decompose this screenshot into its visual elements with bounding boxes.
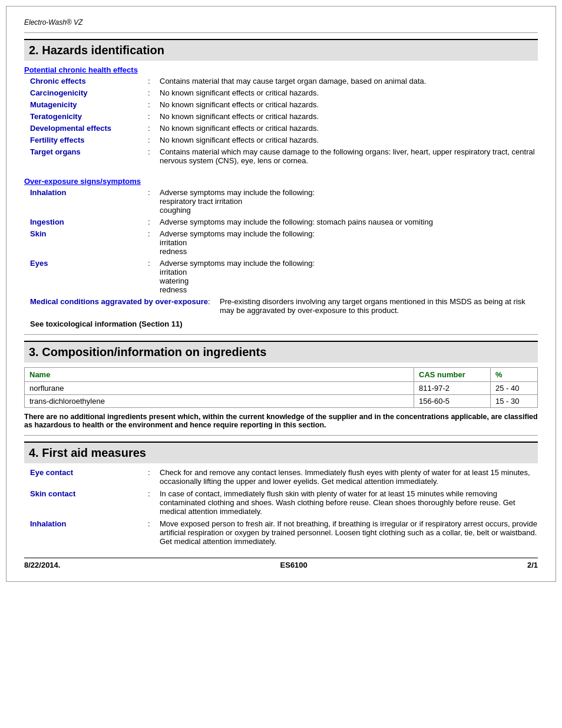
entry-sep: : xyxy=(148,100,160,109)
ingredient-name: norflurane xyxy=(25,382,414,395)
entry-value: Adverse symptoms may include the followi… xyxy=(160,218,538,226)
entry-row: Ingestion : Adverse symptoms may include… xyxy=(24,218,538,226)
footer: 8/22/2014. ES6100 2/1 xyxy=(24,558,538,569)
entry-row: Fertility effects : No known significant… xyxy=(24,136,538,144)
entry-value: Contains material that may cause target … xyxy=(160,77,538,85)
section-divider xyxy=(24,334,538,335)
entry-sep: : xyxy=(148,112,160,121)
entry-value: Contains material which may cause damage… xyxy=(160,147,538,165)
section-4: 4. First aid measures Eye contact : Chec… xyxy=(24,442,538,546)
entry-value: Adverse symptoms may include the followi… xyxy=(160,188,538,215)
footer-page: 2/1 xyxy=(527,561,538,569)
entry-label: Teratogenicity xyxy=(30,112,148,121)
entry-label: Fertility effects xyxy=(30,136,148,144)
entry-row: Skin : Adverse symptoms may include the … xyxy=(24,229,538,256)
entry-value: Adverse symptoms may include the followi… xyxy=(160,229,538,256)
chronic-health-link[interactable]: Potential chronic health effects xyxy=(24,65,538,74)
entry-label: Inhalation xyxy=(30,519,148,546)
entry-sep: : xyxy=(148,88,160,97)
ingredient-cas: 811-97-2 xyxy=(414,382,491,395)
ingredient-name: trans-dichloroethylene xyxy=(25,395,414,408)
top-divider xyxy=(24,32,538,33)
section-4-title: 4. First aid measures xyxy=(24,442,538,463)
footer-date: 8/22/2014. xyxy=(24,561,60,569)
composition-note: There are no additional ingredients pres… xyxy=(24,413,538,429)
entry-label: Chronic effects xyxy=(30,77,148,85)
entry-value: No known significant effects or critical… xyxy=(160,112,538,121)
entry-row: Inhalation : Adverse symptoms may includ… xyxy=(24,188,538,215)
chronic-entries: Chronic effects : Contains material that… xyxy=(24,77,538,165)
entry-label: Eyes xyxy=(30,259,148,294)
entry-value: In case of contact, immediately flush sk… xyxy=(160,489,538,516)
entry-value: Check for and remove any contact lenses.… xyxy=(160,468,538,486)
entry-value: No known significant effects or critical… xyxy=(160,88,538,97)
ingredient-percent: 25 - 40 xyxy=(491,382,538,395)
col-header-cas: CAS number xyxy=(414,368,491,382)
entry-label: Carcinogenicity xyxy=(30,88,148,97)
entry-row: Developmental effects : No known signifi… xyxy=(24,124,538,133)
entry-label: Skin xyxy=(30,229,148,256)
col-header-name: Name xyxy=(25,368,414,382)
entry-value: No known significant effects or critical… xyxy=(160,100,538,109)
ingredients-table: Name CAS number % norflurane 811-97-2 25… xyxy=(24,367,538,408)
entry-row: Mutagenicity : No known significant effe… xyxy=(24,100,538,109)
entry-sep: : xyxy=(148,77,160,85)
section-3-title: 3. Composition/information on ingredient… xyxy=(24,341,538,363)
document-page: Electro-Wash® VZ 2. Hazards identificati… xyxy=(6,6,556,582)
entry-value: No known significant effects or critical… xyxy=(160,136,538,144)
entry-label: Ingestion xyxy=(30,218,148,226)
entry-sep: : xyxy=(148,229,160,256)
entry-label: Eye contact xyxy=(30,468,148,486)
entry-row: Carcinogenicity : No known significant e… xyxy=(24,88,538,97)
entry-value: Adverse symptoms may include the followi… xyxy=(160,259,538,294)
ingredient-row: norflurane 811-97-2 25 - 40 xyxy=(25,382,538,395)
entry-row: Teratogenicity : No known significant ef… xyxy=(24,112,538,121)
entry-row: Eyes : Adverse symptoms may include the … xyxy=(24,259,538,294)
section-2-title: 2. Hazards identification xyxy=(24,39,538,61)
tox-note: See toxicological information (Section 1… xyxy=(30,319,538,328)
document-header: Electro-Wash® VZ xyxy=(24,18,538,27)
entry-sep: : xyxy=(148,468,160,486)
ingredient-row: trans-dichloroethylene 156-60-5 15 - 30 xyxy=(25,395,538,408)
entry-row: Target organs : Contains material which … xyxy=(24,147,538,165)
section-divider xyxy=(24,435,538,436)
entry-row: Skin contact : In case of contact, immed… xyxy=(24,489,538,516)
ingredient-percent: 15 - 30 xyxy=(491,395,538,408)
entry-label: Inhalation xyxy=(30,188,148,215)
col-header-percent: % xyxy=(491,368,538,382)
entry-sep: : xyxy=(148,188,160,215)
entry-sep: : xyxy=(208,297,220,315)
entry-sep: : xyxy=(148,147,160,165)
entry-value: Pre-existing disorders involving any tar… xyxy=(220,297,538,315)
entry-label: Medical conditions aggravated by over-ex… xyxy=(30,297,208,315)
entry-label: Developmental effects xyxy=(30,124,148,133)
section-3: 3. Composition/information on ingredient… xyxy=(24,341,538,429)
entry-label: Skin contact xyxy=(30,489,148,516)
entry-sep: : xyxy=(148,259,160,294)
entry-sep: : xyxy=(148,519,160,546)
footer-code: ES6100 xyxy=(280,561,308,569)
overexposure-link[interactable]: Over-exposure signs/symptoms xyxy=(24,177,538,186)
section-2: 2. Hazards identification Potential chro… xyxy=(24,39,538,328)
entry-row: Medical conditions aggravated by over-ex… xyxy=(24,297,538,315)
entry-sep: : xyxy=(148,218,160,226)
doc-title: Electro-Wash® VZ xyxy=(24,18,82,27)
entry-label: Mutagenicity xyxy=(30,100,148,109)
entry-sep: : xyxy=(148,136,160,144)
entry-sep: : xyxy=(148,124,160,133)
entry-label: Target organs xyxy=(30,147,148,165)
entry-row: Inhalation : Move exposed person to fres… xyxy=(24,519,538,546)
ingredient-cas: 156-60-5 xyxy=(414,395,491,408)
entry-value: Move exposed person to fresh air. If not… xyxy=(160,519,538,546)
entry-value: No known significant effects or critical… xyxy=(160,124,538,133)
entry-row: Chronic effects : Contains material that… xyxy=(24,77,538,85)
entry-sep: : xyxy=(148,489,160,516)
overexposure-entries: Inhalation : Adverse symptoms may includ… xyxy=(24,188,538,315)
entry-row: Eye contact : Check for and remove any c… xyxy=(24,468,538,486)
